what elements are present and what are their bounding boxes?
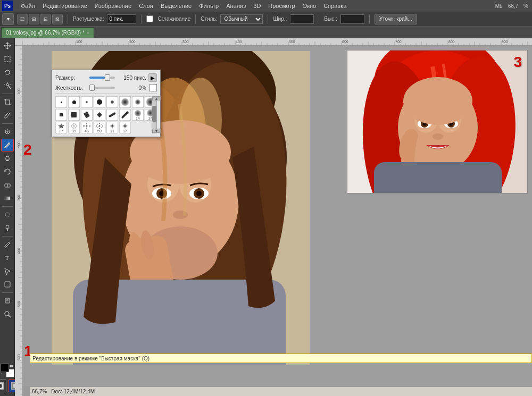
svg-point-253	[403, 77, 472, 125]
tool-marquee[interactable]	[1, 53, 14, 65]
menu-image[interactable]: Изображение	[91, 2, 135, 10]
tool-history[interactable]	[1, 165, 14, 178]
tool-shape[interactable]	[1, 278, 14, 291]
new-selection-btn[interactable]: ☐	[17, 14, 28, 24]
brush-cell-2[interactable]	[81, 96, 93, 108]
brush-size-arrow-btn[interactable]: ▶	[148, 73, 157, 82]
tool-eraser[interactable]	[1, 179, 14, 191]
tool-move[interactable]	[1, 39, 14, 52]
height-input[interactable]	[340, 14, 364, 24]
swap-colors-btn[interactable]: ⇌	[10, 364, 14, 368]
tool-pen[interactable]	[1, 238, 14, 251]
menu-edit[interactable]: Редактирование	[39, 2, 91, 10]
menu-filter[interactable]: Фильтр	[195, 2, 222, 10]
menu-help[interactable]: Справка	[320, 2, 350, 10]
smooth-checkbox[interactable]	[146, 15, 153, 22]
color-chips: ⇌ ⬛	[1, 364, 14, 377]
tool-preset-btn[interactable]: ▾	[2, 13, 14, 25]
style-select[interactable]: Обычный	[220, 14, 263, 24]
svg-text:700: 700	[395, 40, 402, 44]
scroll-down-btn[interactable]: ▼	[152, 129, 161, 133]
menu-view[interactable]: Просмотр	[264, 2, 298, 10]
menu-file[interactable]: Файл	[17, 2, 39, 10]
tool-gradient[interactable]	[1, 192, 14, 205]
svg-line-262	[72, 127, 73, 128]
svg-text:300: 300	[17, 195, 21, 201]
width-input[interactable]	[290, 14, 314, 24]
brush-cell-20[interactable]: 11	[106, 122, 118, 133]
intersect-selection-btn[interactable]: ⊠	[52, 14, 63, 24]
brush-cell-8[interactable]	[55, 109, 67, 121]
tool-healing[interactable]	[1, 125, 14, 138]
canvas-content[interactable]: 3 2 1 Размер: 150 пикс. ▶	[22, 46, 532, 396]
refine-edge-button[interactable]: Уточн. край...	[375, 14, 417, 24]
tool-dodge[interactable]	[1, 222, 14, 234]
add-selection-btn[interactable]: ⊞	[29, 14, 39, 24]
tool-notes[interactable]	[1, 294, 14, 307]
brush-cell-4[interactable]	[106, 96, 118, 108]
svg-text:300: 300	[182, 40, 189, 44]
brush-cell-14[interactable]: 14	[132, 109, 144, 121]
foreground-color-chip[interactable]	[1, 364, 9, 372]
tool-crop[interactable]	[1, 96, 14, 108]
brush-value-input[interactable]	[107, 14, 136, 24]
brush-picker-popup: Размер: 150 пикс. ▶ Жесткость: 0%	[52, 70, 161, 137]
options-divider-4	[268, 14, 268, 24]
brush-cell-17[interactable]: 39	[68, 122, 80, 133]
tool-blur[interactable]	[1, 208, 14, 221]
brush-cell-5[interactable]	[119, 96, 131, 108]
percent-label: %	[522, 3, 530, 9]
brush-cell-19[interactable]: 59	[94, 122, 105, 133]
tool-zoom[interactable]	[1, 308, 14, 321]
options-divider-5	[319, 14, 319, 24]
menu-select[interactable]: Выделение	[157, 2, 195, 10]
ruler-vertical: 100200300400500600	[15, 38, 22, 396]
hardness-slider-track[interactable]	[89, 87, 115, 89]
menu-analysis[interactable]: Анализ	[222, 2, 250, 10]
svg-text:800: 800	[448, 40, 455, 44]
brush-cell-10[interactable]	[81, 109, 93, 121]
menu-window[interactable]: Окно	[299, 2, 320, 10]
svg-text:400: 400	[17, 248, 21, 254]
brush-cell-1[interactable]	[68, 96, 80, 108]
options-bar: ▾ ☐ ⊞ ⊟ ⊠ Растушевка: Сглаживание Стиль:…	[0, 12, 532, 27]
brush-cell-9[interactable]	[68, 109, 80, 121]
scroll-up-btn[interactable]: ▲	[152, 96, 161, 100]
brush-cell-16[interactable]: 27	[55, 122, 67, 133]
brush-cell-3[interactable]	[94, 96, 105, 108]
tool-lasso[interactable]	[1, 66, 14, 79]
document-tab[interactable]: 01 volosy.jpg @ 66,7% (RGB/8) * ×	[1, 27, 94, 38]
default-colors-btn[interactable]: ⬛	[1, 373, 5, 377]
brush-cell-18[interactable]: 46	[81, 122, 93, 133]
canvas-area[interactable]: // Rulers drawn via JS below 10020030040…	[15, 38, 532, 396]
options-divider-6	[369, 14, 370, 24]
tool-wand[interactable]	[1, 79, 14, 92]
menu-bar: Ps Файл Редактирование Изображение Слои …	[0, 0, 532, 12]
svg-text:200: 200	[17, 141, 21, 148]
brush-cell-21[interactable]: 17	[119, 122, 131, 133]
menu-right-controls: Mb 66,7 %	[494, 3, 530, 9]
brush-cell-0[interactable]	[55, 96, 67, 108]
tool-stamp[interactable]	[1, 152, 14, 165]
brush-cell-6[interactable]	[132, 96, 144, 108]
svg-rect-14	[5, 197, 10, 200]
tool-type[interactable]: T	[1, 251, 14, 264]
brush-cell-12[interactable]	[106, 109, 118, 121]
tab-close-btn[interactable]: ×	[87, 30, 89, 36]
normal-mode-btn[interactable]	[0, 380, 6, 392]
ruler-corner	[15, 38, 22, 46]
brush-cell-11[interactable]	[94, 109, 105, 121]
brush-grid-scrollbar[interactable]: ▲ ▼	[152, 96, 157, 133]
svg-line-274	[102, 127, 103, 128]
status-doc-info: Doc: 12,4M/12,4M	[51, 389, 95, 394]
svg-line-260	[76, 127, 77, 128]
menu-3d[interactable]: 3D	[250, 2, 264, 10]
menu-layers[interactable]: Слои	[135, 2, 157, 10]
tool-brush[interactable]	[1, 139, 14, 151]
size-slider-track[interactable]	[89, 77, 115, 79]
tool-eyedropper[interactable]	[1, 109, 14, 122]
tool-path-select[interactable]	[1, 265, 14, 277]
brush-cell-13[interactable]	[119, 109, 131, 121]
svg-text:200: 200	[129, 40, 136, 44]
subtract-selection-btn[interactable]: ⊟	[40, 14, 51, 24]
